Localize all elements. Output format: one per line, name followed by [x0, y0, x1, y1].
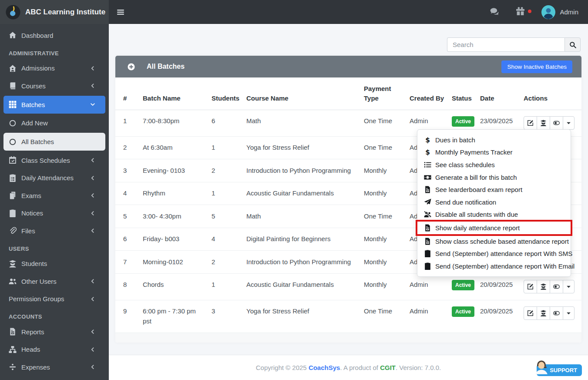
toggle-status-button[interactable] — [550, 280, 563, 293]
sidebar-item-label: Students — [21, 260, 47, 267]
user-name: Admin — [560, 8, 578, 16]
cell-payment-type: Monthly — [360, 182, 406, 205]
sidebar-item-files[interactable]: Files — [0, 222, 109, 240]
dropdown-item-disable-all-students-with-due[interactable]: Disable all students with due — [417, 208, 571, 221]
panel-header: All Batches Show Inactive Batches — [115, 56, 581, 77]
sidebar-item-label: Expenses — [21, 363, 50, 371]
more-actions-button[interactable] — [563, 306, 575, 320]
edit-icon — [527, 310, 534, 316]
cell-students: 2 — [208, 251, 243, 274]
sidebar-item-courses[interactable]: Courses — [0, 77, 109, 95]
column-header-date: Date — [477, 77, 520, 110]
row-actions — [524, 116, 575, 130]
sidebar-item-permission-groups[interactable]: Permission Groups — [0, 290, 109, 308]
cgit-link[interactable]: CGIT — [380, 364, 396, 371]
status-badge: Active — [452, 306, 474, 317]
cell-payment-type: One Time — [360, 136, 406, 159]
dropdown-item-monthly-payments-tracker[interactable]: $Monthly Payments Tracker — [417, 146, 571, 159]
sidebar-item-notices[interactable]: Notices — [0, 205, 109, 222]
brand-title: ABC Learning Institute — [25, 8, 105, 17]
dropdown-item-show-class-schedule-based-attendance-report[interactable]: Show class schedule based attendance rep… — [417, 235, 571, 248]
divide-icon — [9, 363, 17, 371]
support-button[interactable]: SUPPORT — [537, 364, 582, 376]
sidebar-item-label: Admissions — [21, 64, 55, 72]
cell-created-by: Admin — [406, 273, 448, 300]
sidebar-item-dashboard[interactable]: Dashboard — [0, 27, 109, 44]
chevron-left-icon — [90, 279, 95, 284]
file-invoice-icon — [424, 186, 431, 193]
sidebar-item-students[interactable]: Students — [0, 255, 109, 273]
sidebar-item-label: Heads — [21, 346, 40, 353]
dropdown-item-label: Dues in batch — [435, 136, 475, 144]
cell-students: 2 — [208, 159, 243, 182]
search-input[interactable] — [447, 37, 564, 52]
user-menu[interactable]: Admin — [541, 5, 578, 19]
students-button[interactable] — [537, 280, 550, 293]
sidebar-item-other-users[interactable]: Other Users — [0, 272, 109, 290]
sidebar-item-batches[interactable]: Batches — [3, 96, 105, 114]
brand[interactable]: ABC Learning Institute — [0, 0, 109, 24]
edit-button[interactable] — [524, 306, 537, 320]
edit-button[interactable] — [524, 280, 537, 293]
sidebar-section-administrative: ADMINISTRATIVE — [0, 44, 109, 60]
search-button[interactable] — [564, 37, 581, 52]
sidebar-item-daily-attendances[interactable]: Daily Attendances — [0, 169, 109, 187]
cell-status: Active — [448, 273, 477, 300]
chat-icon[interactable] — [490, 7, 499, 17]
chevron-left-icon — [90, 296, 95, 302]
sidebar-item-exams[interactable]: Exams — [0, 187, 109, 205]
panel-title: All Batches — [147, 63, 185, 71]
top-navbar: ABC Learning Institute Admin — [0, 0, 588, 24]
dropdown-item-label: Send due notification — [435, 198, 496, 206]
sidebar-item-label: Notices — [21, 209, 43, 217]
cell-students: 3 — [208, 300, 243, 333]
cell-num: 8 — [115, 273, 139, 300]
more-actions-button[interactable] — [563, 280, 575, 293]
sidebar-item-expenses[interactable]: Expenses — [0, 358, 109, 376]
students-button[interactable] — [537, 116, 550, 130]
cell-batch-name: 6:00 pm - 7:30 pm pst — [139, 300, 208, 333]
coachsys-link[interactable]: CoachSys — [309, 364, 340, 371]
toggle-status-button[interactable] — [550, 116, 563, 130]
toggle-status-button[interactable] — [550, 306, 563, 320]
more-actions-button[interactable] — [563, 116, 575, 130]
add-batch-icon[interactable] — [128, 63, 135, 71]
file-invoice-icon — [424, 238, 431, 245]
gift-icon[interactable] — [516, 7, 525, 16]
column-header-payment-type: Payment Type — [360, 77, 406, 110]
caret-down-icon — [565, 120, 572, 126]
page-footer: Copyright © 2025 CoachSys. A product of … — [109, 355, 588, 380]
chevron-left-icon — [90, 329, 95, 334]
dropdown-item-dues-in-batch[interactable]: $Dues in batch — [417, 134, 571, 146]
sidebar-item-heads[interactable]: Heads — [0, 341, 109, 359]
dropdown-item-show-daily-attendance-report[interactable]: Show daily attendance report — [417, 222, 571, 234]
row-actions — [524, 280, 575, 293]
dropdown-item-label: Show class schedule based attendance rep… — [435, 238, 569, 245]
sidebar-item-class-schedules[interactable]: Class Schedules — [0, 151, 109, 169]
dropdown-item-send-september-attendance-report-with-email[interactable]: Send (September) attendance report With … — [417, 260, 571, 272]
students-button[interactable] — [537, 306, 550, 320]
sidebar-item-label: Files — [21, 227, 35, 235]
hamburger-icon[interactable] — [117, 8, 124, 16]
cell-students: 1 — [208, 182, 243, 205]
cell-course-name: Digital Painting for Beginners — [243, 228, 360, 251]
sidebar-item-reports[interactable]: Reports — [0, 323, 109, 341]
sidebar-item-admissions[interactable]: Admissions — [0, 60, 109, 77]
dropdown-item-see-class-schedules[interactable]: See class schedules — [417, 158, 571, 171]
sidebar-item-all-batches[interactable]: All Batches — [3, 133, 105, 151]
cell-batch-name: Morning-0102 — [139, 251, 208, 274]
dropdown-item-generate-a-bill-for-this-batch[interactable]: Generate a bill for this batch — [417, 171, 571, 184]
sidebar-item-add-new[interactable]: Add New — [0, 114, 109, 132]
edit-button[interactable] — [524, 116, 537, 130]
avatar — [541, 5, 555, 19]
column-header-status: Status — [448, 77, 477, 110]
cell-students: 6 — [208, 110, 243, 136]
dropdown-item-send-september-attendance-report-with-sms[interactable]: Send (September) attendance report With … — [417, 247, 571, 260]
clipboard-icon — [424, 250, 431, 257]
dropdown-item-see-learderboard-exam-report[interactable]: See learderboard exam report — [417, 183, 571, 196]
cell-date: 20/09/2025 — [477, 300, 520, 333]
dropdown-item-send-due-notification[interactable]: Send due notification — [417, 196, 571, 208]
show-inactive-batches-button[interactable]: Show Inactive Batches — [501, 61, 572, 73]
cell-students: 4 — [208, 228, 243, 251]
cell-batch-name: Friday- b003 — [139, 228, 208, 251]
